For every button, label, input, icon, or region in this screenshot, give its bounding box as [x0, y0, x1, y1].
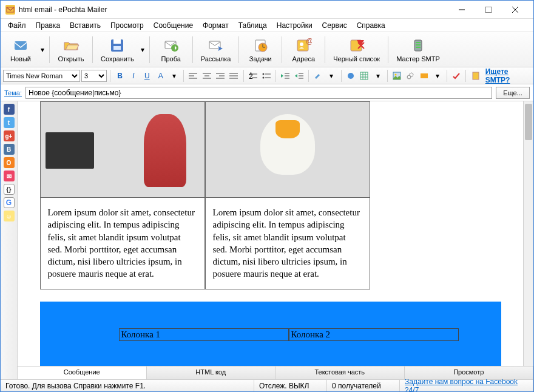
- indent-button[interactable]: [293, 69, 305, 83]
- menu-edit[interactable]: Правка: [31, 20, 66, 31]
- blacklist-icon: [347, 37, 367, 54]
- open-button[interactable]: Открыть: [53, 34, 89, 66]
- tasks-icon: [251, 37, 270, 54]
- smtp-search-link[interactable]: Ищете SMTP?: [485, 67, 531, 84]
- mail-icon[interactable]: ✉: [4, 171, 15, 181]
- tasks-button[interactable]: Задачи: [243, 34, 278, 66]
- unordered-list-button[interactable]: [260, 69, 272, 83]
- svg-point-18: [300, 42, 303, 46]
- vk-icon[interactable]: B: [4, 144, 15, 155]
- menu-file[interactable]: Файл: [3, 20, 31, 31]
- highlight-drop[interactable]: ▾: [325, 69, 337, 83]
- close-button[interactable]: [502, 1, 529, 18]
- subject-input[interactable]: [25, 87, 492, 99]
- italic-button[interactable]: I: [127, 69, 140, 83]
- save-icon: [107, 37, 127, 54]
- test-button[interactable]: Проба: [154, 34, 189, 66]
- new-button[interactable]: Новый: [3, 34, 38, 66]
- more-button[interactable]: Еще...: [496, 87, 530, 99]
- twitter-icon[interactable]: t: [4, 117, 15, 128]
- ok-icon[interactable]: O: [4, 157, 15, 168]
- blue-footer: Колонка 1 Колонка 2: [40, 302, 501, 367]
- footer-cell-1: Колонка 1: [119, 328, 289, 341]
- svg-rect-62: [473, 72, 479, 79]
- svg-rect-52: [360, 72, 368, 79]
- svg-rect-3: [485, 7, 492, 13]
- menu-view[interactable]: Просмотр: [106, 20, 149, 31]
- menubar: Файл Правка Вставить Просмотр Сообщение …: [1, 19, 533, 32]
- font-color-button[interactable]: A: [154, 69, 166, 83]
- svg-text:@: @: [306, 38, 312, 46]
- svg-rect-61: [421, 73, 428, 78]
- highlight-button[interactable]: [312, 69, 324, 83]
- maximize-button[interactable]: [475, 1, 502, 18]
- column-1: Lorem ipsum dolor sit amet, consectetur …: [40, 101, 205, 289]
- open-icon: [61, 37, 81, 54]
- attach-button[interactable]: [404, 69, 416, 83]
- send-button[interactable]: Рассылка: [197, 34, 235, 66]
- tab-preview[interactable]: Просмотр: [405, 367, 534, 379]
- menu-message[interactable]: Сообщение: [149, 20, 198, 31]
- spellcheck-button[interactable]: [450, 69, 462, 83]
- footer-cell-2: Колонка 2: [289, 328, 459, 341]
- tab-html[interactable]: HTML код: [147, 367, 276, 379]
- align-center-button[interactable]: [201, 69, 213, 83]
- window-title: html email - ePochta Mailer: [19, 5, 448, 14]
- link-button[interactable]: [345, 69, 357, 83]
- vertical-scrollbar[interactable]: [523, 101, 533, 366]
- titlebar: html email - ePochta Mailer: [1, 1, 533, 19]
- blacklist-button[interactable]: Черный список: [329, 34, 384, 66]
- insert-drop[interactable]: ▾: [431, 69, 444, 83]
- smile-icon[interactable]: ☺: [4, 211, 15, 221]
- menu-table[interactable]: Таблица: [234, 20, 272, 31]
- facebook-icon[interactable]: f: [4, 104, 15, 115]
- outdent-button[interactable]: [279, 69, 291, 83]
- addresses-icon: @: [294, 37, 313, 54]
- googleplus-icon[interactable]: g+: [4, 130, 15, 141]
- align-right-button[interactable]: [214, 69, 226, 83]
- underline-button[interactable]: U: [141, 69, 153, 83]
- menu-format[interactable]: Формат: [198, 20, 234, 31]
- insert-button[interactable]: [417, 69, 430, 83]
- image-placeholder-1: [41, 102, 204, 198]
- bold-button[interactable]: B: [113, 69, 126, 83]
- code-icon[interactable]: {}: [4, 184, 15, 195]
- addresses-button[interactable]: @ Адреса: [286, 34, 321, 66]
- save-button[interactable]: Сохранить: [96, 34, 138, 66]
- canvas[interactable]: Lorem ipsum dolor sit amet, consectetur …: [18, 101, 523, 366]
- font-color-drop[interactable]: ▾: [168, 69, 180, 83]
- paragraph-2: Lorem ipsum dolor sit amet, consectetur …: [206, 198, 370, 289]
- status-ready: Готово. Для вызова Справки нажмите F1.: [1, 380, 254, 391]
- smtp-wizard-button[interactable]: Мастер SMTP: [392, 34, 444, 66]
- align-justify-button[interactable]: [228, 69, 240, 83]
- tab-message[interactable]: Сообщение: [18, 367, 147, 379]
- svg-point-60: [410, 73, 413, 76]
- menu-insert[interactable]: Вставить: [65, 20, 106, 31]
- menu-help[interactable]: Справка: [352, 20, 390, 31]
- image-button[interactable]: [391, 69, 403, 83]
- subject-label[interactable]: Тема:: [4, 89, 22, 96]
- status-bar: Готово. Для вызова Справки нажмите F1. О…: [1, 379, 533, 391]
- facebook-link[interactable]: Задайте нам вопрос на Facebook 24/7: [405, 377, 528, 393]
- google-icon[interactable]: G: [4, 197, 15, 208]
- new-dropdown[interactable]: ▾: [39, 34, 46, 66]
- table-button[interactable]: [358, 69, 370, 83]
- menu-service[interactable]: Сервис: [317, 20, 352, 31]
- svg-point-43: [263, 76, 265, 78]
- status-tracking: Отслеж. ВЫКЛ: [254, 380, 327, 391]
- format-toolbar: Times New Roman 3 B I U A ▾ 12 ▾ ▾ ▾ Ище…: [1, 67, 533, 84]
- test-icon: [161, 37, 181, 54]
- minimize-button[interactable]: [448, 1, 475, 18]
- align-left-button[interactable]: [187, 69, 199, 83]
- ordered-list-button[interactable]: 12: [247, 69, 259, 83]
- menu-settings[interactable]: Настройки: [272, 20, 317, 31]
- subject-row: Тема: Еще...: [1, 84, 533, 101]
- tab-text[interactable]: Текстовая часть: [275, 367, 405, 379]
- font-family-select[interactable]: Times New Roman: [3, 70, 80, 82]
- table-drop[interactable]: ▾: [371, 69, 384, 83]
- font-size-select[interactable]: 3: [81, 70, 107, 82]
- svg-rect-9: [113, 46, 121, 50]
- template-button[interactable]: [469, 69, 481, 83]
- status-recipients: 0 получателей: [327, 380, 400, 391]
- save-dropdown[interactable]: ▾: [140, 34, 146, 66]
